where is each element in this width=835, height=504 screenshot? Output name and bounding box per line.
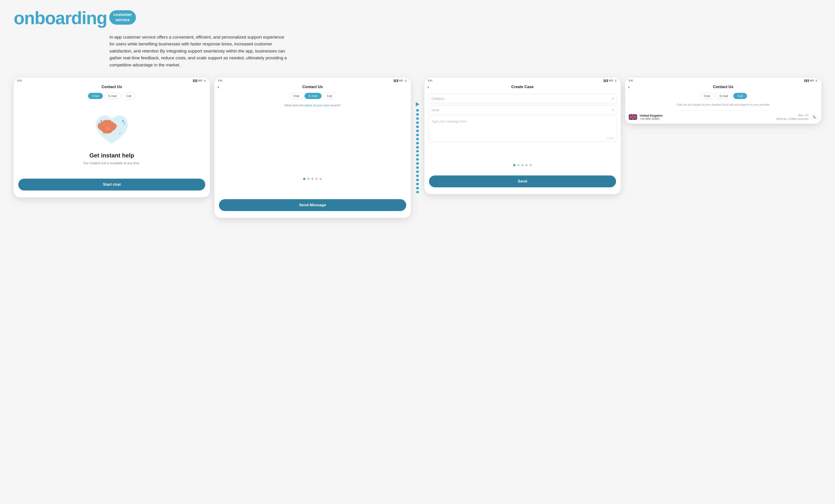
badge-bubble: costumer service — [109, 10, 136, 25]
back-arrow-4[interactable]: ‹ — [628, 85, 630, 89]
svg-point-1 — [123, 122, 125, 125]
phone-screen3: 9:41 ▐▐▐ WiFi 🔋 ‹ Create Case Category ▾… — [425, 78, 620, 194]
tab-email-4[interactable]: E-mail — [715, 93, 732, 99]
call-row-uk: United Kingdom +44 0891 82903 Mon - Fri … — [625, 110, 821, 124]
dotted-connector — [415, 102, 420, 193]
screen3-pagination — [425, 162, 620, 172]
phone-screen2: 9:41 ▐▐▐ WiFi 🔋 ‹ Contact Us Chat E-mail… — [215, 78, 410, 218]
call-phone-icon[interactable] — [811, 114, 818, 120]
status-bar-2: 9:41 ▐▐▐ WiFi 🔋 — [215, 78, 410, 83]
phone-screen1: 9:41 ▐▐▐ WiFi 🔋 Contact Us Chat E-mail C… — [14, 78, 210, 197]
svg-rect-34 — [632, 114, 633, 120]
category-chevron-icon: ▾ — [612, 97, 613, 100]
phones-row: 9:41 ▐▐▐ WiFi 🔋 Contact Us Chat E-mail C… — [14, 78, 821, 218]
page-dot-5 — [320, 178, 322, 180]
arrow-right — [416, 102, 420, 106]
main-title: onboarding — [14, 9, 107, 27]
screen3-dot-5 — [530, 164, 532, 166]
call-country: United Kingdom — [640, 114, 773, 117]
tab-chat-1[interactable]: Chat — [88, 93, 103, 99]
svg-point-4 — [105, 118, 107, 120]
uk-flag-icon — [629, 114, 637, 120]
page-dot-1 — [303, 178, 305, 180]
char-count: 0/1000 — [607, 137, 614, 140]
call-info-text: Calls are all charged at your standard l… — [625, 102, 821, 110]
screen2-header: ‹ Contact Us — [215, 83, 410, 92]
screen4-tabbar: Chat E-mail Call — [625, 92, 821, 102]
status-icons-4: ▐▐▐ WiFi 🔋 — [804, 79, 818, 82]
call-hours: Mon - Fri 08:00 am - 5:00pm local time — [776, 114, 809, 121]
category-select[interactable]: Category ▾ — [428, 94, 617, 103]
back-arrow-2[interactable]: ‹ — [218, 85, 219, 89]
status-bar-1: 9:41 ▐▐▐ WiFi 🔋 — [14, 78, 210, 83]
tab-email-1[interactable]: E-mail — [104, 93, 121, 99]
status-icons-2: ▐▐▐ WiFi 🔋 — [393, 79, 407, 82]
status-icons-3: ▐▐▐ WiFi 🔋 — [603, 79, 617, 82]
issue-chevron-icon: ▾ — [612, 108, 613, 112]
page-dot-2 — [307, 178, 309, 180]
page-dot-3 — [311, 178, 313, 180]
screen1-tabbar: Chat E-mail Call — [14, 92, 210, 102]
send-button[interactable]: Send — [429, 176, 616, 187]
header-area: onboarding costumer service — [14, 9, 821, 27]
screen1-header: Contact Us — [14, 83, 210, 92]
heart-illustration — [14, 102, 210, 152]
screen3-dot-4 — [526, 164, 528, 166]
send-message-button[interactable]: Send Message — [219, 199, 406, 211]
description-text: In-app customer service offers a conveni… — [109, 34, 287, 68]
instant-help-sub: Our chatbot Gal is available at any time… — [14, 161, 210, 179]
call-details-uk: United Kingdom +44 0891 82903 — [640, 114, 773, 120]
tab-email-2[interactable]: E-mail — [305, 93, 322, 99]
screen3-dot-1 — [513, 164, 515, 166]
status-bar-3: 9:41 ▐▐▐ WiFi 🔋 — [425, 78, 620, 83]
screen4-header: ‹ Contact Us — [625, 83, 821, 92]
tab-chat-2[interactable]: Chat — [289, 93, 304, 99]
status-bar-4: 9:41 ▐▐▐ WiFi 🔋 — [625, 78, 821, 83]
message-textarea[interactable]: Type your message here 0/1000 — [428, 117, 617, 142]
instant-help-title: Get instant help — [14, 152, 210, 161]
svg-point-25 — [106, 127, 110, 130]
title-block: onboarding costumer service — [14, 9, 136, 27]
status-icons-1: ▐▐▐ WiFi 🔋 — [192, 79, 206, 82]
phone-screen4: 9:41 ▐▐▐ WiFi 🔋 ‹ Contact Us Chat E-mail… — [625, 78, 821, 124]
tab-call-1[interactable]: Call — [122, 93, 136, 99]
svg-point-3 — [119, 133, 121, 135]
start-chat-button[interactable]: Start chat — [18, 179, 205, 190]
screen3-dot-3 — [522, 164, 524, 166]
svg-point-5 — [117, 118, 118, 120]
tab-call-4[interactable]: Call — [733, 93, 747, 99]
tab-call-2[interactable]: Call — [323, 93, 336, 99]
status-link[interactable]: status of your case — [305, 104, 329, 107]
heart-svg — [91, 108, 132, 147]
screen2-tabbar: Chat E-mail Call — [215, 92, 410, 102]
call-number[interactable]: +44 0891 82903 — [640, 117, 773, 120]
email-info: What does the status of your case means? — [215, 102, 410, 112]
screen3-header: ‹ Create Case — [425, 83, 620, 92]
back-arrow-3[interactable]: ‹ — [428, 85, 429, 89]
screen2-pagination — [215, 176, 410, 185]
tab-chat-4[interactable]: Chat — [699, 93, 714, 99]
issue-select[interactable]: Issue ▾ — [428, 105, 617, 115]
screen3-dot-2 — [517, 164, 520, 166]
page-dot-4 — [315, 178, 318, 180]
